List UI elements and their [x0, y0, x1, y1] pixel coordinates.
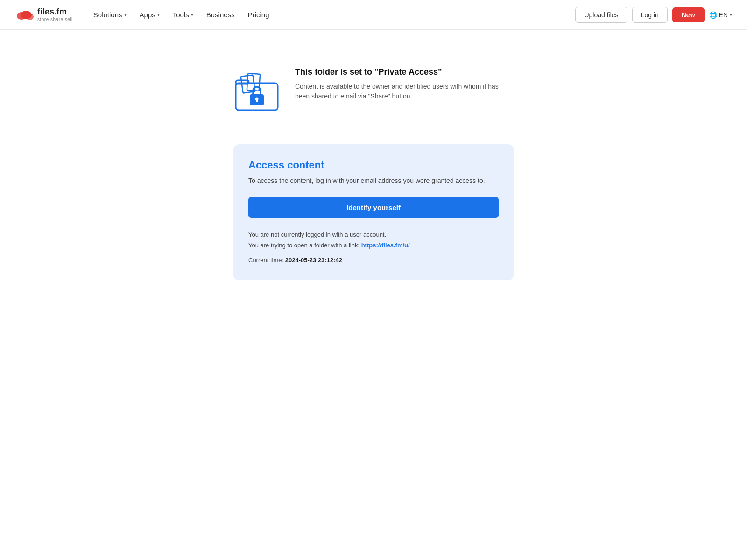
private-access-title: This folder is set to "Private Access"	[295, 67, 514, 77]
nav-right: Upload files Log in New 🌐 EN ▾	[575, 7, 732, 23]
language-label: EN	[719, 11, 728, 19]
main-content: This folder is set to "Private Access" C…	[0, 30, 747, 299]
current-time-label: Current time:	[248, 257, 283, 264]
logo-text: files.fm store share sell	[37, 7, 73, 22]
nav-pricing-label: Pricing	[248, 11, 269, 19]
access-info: You are not currently logged in with a u…	[248, 229, 499, 266]
section-divider	[233, 129, 514, 129]
logo-name: files.fm	[37, 7, 73, 17]
nav-business[interactable]: Business	[201, 7, 240, 22]
chevron-down-icon: ▾	[157, 12, 160, 17]
svg-point-2	[26, 14, 34, 20]
chevron-down-icon: ▾	[191, 12, 193, 17]
folder-link-info: You are trying to open a folder with a l…	[248, 240, 499, 251]
access-card: Access content To access the content, lo…	[233, 144, 514, 280]
private-access-text: This folder is set to "Private Access" C…	[295, 67, 514, 101]
trying-to-open-text: You are trying to open a folder with a l…	[248, 242, 359, 249]
nav-apps-label: Apps	[140, 11, 155, 19]
nav-tools-label: Tools	[173, 11, 189, 19]
nav-pricing[interactable]: Pricing	[242, 7, 275, 22]
navbar: files.fm store share sell Solutions ▾ Ap…	[0, 0, 747, 30]
language-selector[interactable]: 🌐 EN ▾	[709, 11, 732, 19]
svg-rect-9	[256, 99, 258, 102]
nav-business-label: Business	[206, 11, 235, 19]
login-button[interactable]: Log in	[632, 7, 668, 23]
logo-icon	[15, 6, 34, 24]
current-time-info: Current time: 2024-05-23 23:12:42	[248, 255, 499, 266]
nav-solutions-label: Solutions	[93, 11, 122, 19]
chevron-down-icon: ▾	[730, 12, 732, 17]
folder-lock-icon	[233, 67, 280, 114]
folder-link: https://files.fm/u/	[361, 242, 410, 249]
not-logged-in-text: You are not currently logged in with a u…	[248, 229, 499, 240]
private-access-section: This folder is set to "Private Access" C…	[233, 67, 514, 114]
private-access-description: Content is available to the owner and id…	[295, 82, 514, 101]
nav-apps[interactable]: Apps ▾	[134, 7, 165, 22]
logo-tagline: store share sell	[37, 17, 73, 22]
nav-links: Solutions ▾ Apps ▾ Tools ▾ Business Pric…	[88, 7, 576, 22]
globe-icon: 🌐	[709, 11, 717, 19]
access-card-description: To access the content, log in with your …	[248, 176, 499, 186]
upload-files-button[interactable]: Upload files	[575, 7, 627, 23]
identify-yourself-button[interactable]: Identify yourself	[248, 197, 499, 218]
nav-solutions[interactable]: Solutions ▾	[88, 7, 132, 22]
access-card-title: Access content	[248, 159, 499, 171]
logo[interactable]: files.fm store share sell	[15, 6, 73, 24]
current-time-value: 2024-05-23 23:12:42	[285, 257, 342, 264]
nav-tools[interactable]: Tools ▾	[167, 7, 199, 22]
new-button[interactable]: New	[672, 7, 705, 22]
chevron-down-icon: ▾	[124, 12, 127, 17]
